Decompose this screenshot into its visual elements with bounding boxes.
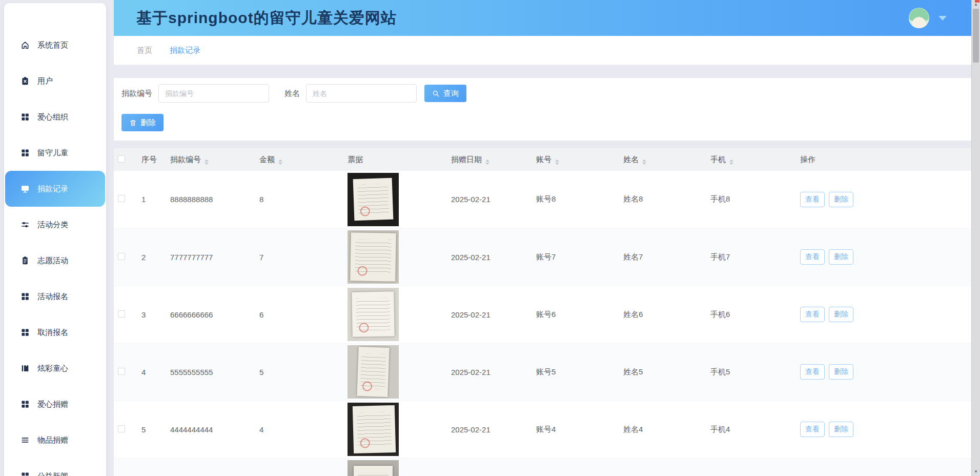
column-header-label: 账号 [536, 155, 552, 164]
cell-actions: 查看删除 [794, 228, 971, 286]
column-header[interactable]: 捐赠日期 [445, 148, 530, 171]
column-header[interactable]: 捐款编号 [164, 148, 253, 171]
receipt-image[interactable] [348, 345, 399, 399]
main-content: 基于springboot的留守儿童关爱网站 首页 捐款记录 捐款编号 姓名 查询… [114, 0, 971, 476]
sidebar-item-system-home[interactable]: 系统首页 [4, 27, 106, 63]
cell-receipt [341, 458, 445, 476]
receipt-image[interactable] [348, 173, 399, 226]
table-header-row: 序号捐款编号金额票据捐赠日期账号姓名手机操作 [114, 148, 971, 171]
column-header[interactable]: 手机 [704, 148, 794, 171]
row-checkbox[interactable] [118, 195, 125, 202]
user-avatar[interactable] [909, 8, 929, 28]
cell-actions: 查看删除 [794, 401, 971, 458]
sidebar-item-label: 爱心组织 [37, 112, 68, 122]
sidebar-item-users[interactable]: 用户 [4, 63, 106, 99]
sort-icon[interactable] [485, 160, 489, 165]
row-delete-button[interactable]: 删除 [829, 422, 853, 437]
vertical-scrollbar[interactable]: ▲ ▼ [971, 0, 980, 476]
row-delete-button[interactable]: 删除 [829, 192, 853, 207]
chevron-down-icon[interactable] [938, 16, 947, 21]
column-header: 序号 [135, 148, 164, 171]
cell-date: 2025-02-21 [445, 171, 530, 228]
row-delete-button[interactable]: 删除 [829, 364, 853, 380]
name-input[interactable] [306, 84, 417, 103]
cell-amount: 4 [253, 401, 341, 458]
sidebar-item-label: 活动分类 [37, 220, 68, 230]
clipboard-icon [21, 76, 30, 86]
sort-icon[interactable] [642, 160, 646, 165]
column-header[interactable]: 金额 [253, 148, 341, 171]
cell-amount: 5 [253, 343, 341, 401]
donation-no-input[interactable] [158, 84, 269, 103]
cell-receipt [341, 171, 445, 228]
breadcrumb: 首页 捐款记录 [114, 36, 971, 65]
sidebar-item-label: 炫彩童心 [37, 364, 68, 373]
column-header[interactable]: 姓名 [617, 148, 704, 171]
sort-icon[interactable] [729, 160, 733, 165]
receipt-paper [353, 405, 396, 453]
sidebar-item-public-news[interactable]: 公益新闻 [4, 458, 106, 476]
sidebar-item-label: 捐款记录 [37, 184, 68, 194]
sort-icon[interactable] [205, 160, 209, 165]
cell-phone: 手机5 [704, 343, 794, 401]
donation-no-label: 捐款编号 [121, 89, 152, 98]
bulk-delete-button[interactable]: 删除 [121, 114, 164, 131]
row-checkbox[interactable] [118, 368, 125, 375]
home-icon [21, 41, 30, 50]
cell-receipt [341, 343, 445, 401]
receipt-image[interactable] [348, 288, 399, 341]
sidebar-item-label: 留守儿童 [37, 148, 68, 158]
sidebar-item-donation-records[interactable]: 捐款记录 [5, 171, 105, 207]
grid-icon [21, 292, 30, 301]
row-delete-button[interactable]: 删除 [829, 307, 853, 322]
sort-icon[interactable] [555, 160, 559, 165]
cell-donation-no [164, 458, 253, 476]
receipt-image[interactable] [348, 403, 399, 456]
sidebar-item-activity-category[interactable]: 活动分类 [4, 207, 106, 243]
cell-date [445, 458, 530, 476]
cell-phone [704, 458, 794, 476]
view-button[interactable]: 查看 [800, 307, 825, 322]
cell-phone: 手机8 [704, 171, 794, 228]
sidebar-item-item-donation[interactable]: 物品捐赠 [4, 422, 106, 458]
cell-name: 姓名8 [617, 171, 704, 228]
cell-checkbox [114, 171, 135, 228]
row-checkbox[interactable] [118, 425, 125, 432]
row-checkbox[interactable] [118, 253, 125, 260]
sort-icon[interactable] [278, 160, 282, 165]
cell-amount: 6 [253, 286, 341, 343]
sidebar-item-volunteer-activity[interactable]: 志愿活动 [4, 243, 106, 279]
column-header-label: 手机 [710, 155, 726, 164]
records-table: 序号捐款编号金额票据捐赠日期账号姓名手机操作 1888888888882025-… [114, 148, 971, 476]
cell-date: 2025-02-21 [445, 343, 530, 401]
select-all-checkbox[interactable] [118, 155, 125, 163]
column-header[interactable]: 账号 [530, 148, 617, 171]
view-button[interactable]: 查看 [800, 192, 825, 207]
scroll-down-icon[interactable]: ▼ [972, 467, 980, 476]
sidebar-item-colorful-childheart[interactable]: 炫彩童心 [4, 350, 106, 386]
breadcrumb-current[interactable]: 捐款记录 [170, 46, 200, 55]
column-header-label: 票据 [348, 155, 363, 164]
scrollbar-thumb[interactable] [973, 9, 979, 63]
receipt-image[interactable] [348, 460, 399, 476]
sidebar-item-love-donation[interactable]: 爱心捐赠 [4, 386, 106, 422]
sidebar-item-activity-signup[interactable]: 活动报名 [4, 279, 106, 314]
sidebar-item-cancel-signup[interactable]: 取消报名 [4, 314, 106, 350]
view-button[interactable]: 查看 [800, 249, 825, 265]
view-button[interactable]: 查看 [800, 364, 825, 380]
cell-phone: 手机7 [704, 228, 794, 286]
query-button[interactable]: 查询 [424, 85, 466, 102]
breadcrumb-home[interactable]: 首页 [137, 46, 152, 55]
row-delete-button[interactable]: 删除 [829, 249, 853, 265]
grid-icon [21, 400, 30, 409]
cell-donation-no: 4444444444 [164, 401, 253, 458]
cell-checkbox [114, 343, 135, 401]
table-row: 3666666666662025-02-21账号6姓名6手机6查看删除 [114, 286, 971, 343]
receipt-image[interactable] [348, 230, 399, 284]
grid-icon [21, 471, 30, 476]
sidebar-item-love-organization[interactable]: 爱心组织 [4, 99, 106, 135]
sidebar-item-left-behind-children[interactable]: 留守儿童 [4, 135, 106, 171]
view-button[interactable]: 查看 [800, 422, 825, 437]
row-checkbox[interactable] [118, 310, 125, 318]
cell-index: 5 [135, 401, 164, 458]
